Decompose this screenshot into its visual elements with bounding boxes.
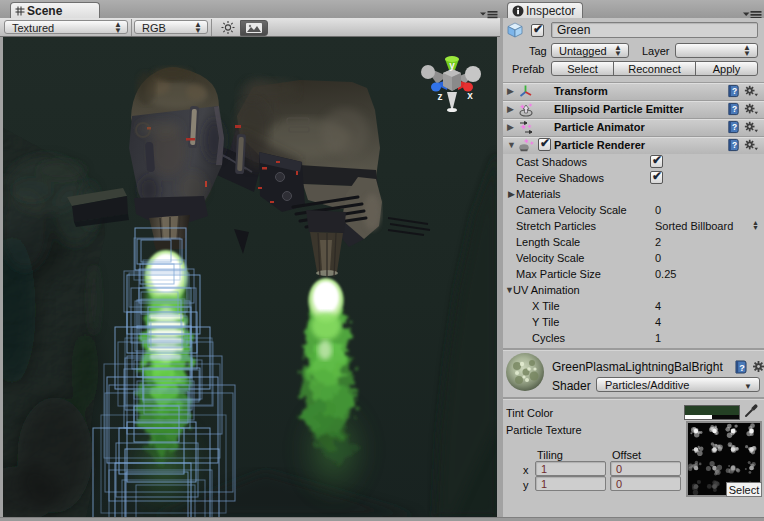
svg-text:?: ? <box>732 140 737 150</box>
svg-text:y: y <box>449 60 455 71</box>
svg-text:?: ? <box>732 104 737 114</box>
svg-text:?: ? <box>732 122 737 132</box>
svg-text:x: x <box>467 90 473 101</box>
svg-text:?: ? <box>732 86 737 96</box>
svg-text:?: ? <box>739 363 745 373</box>
svg-text:z: z <box>438 91 443 102</box>
